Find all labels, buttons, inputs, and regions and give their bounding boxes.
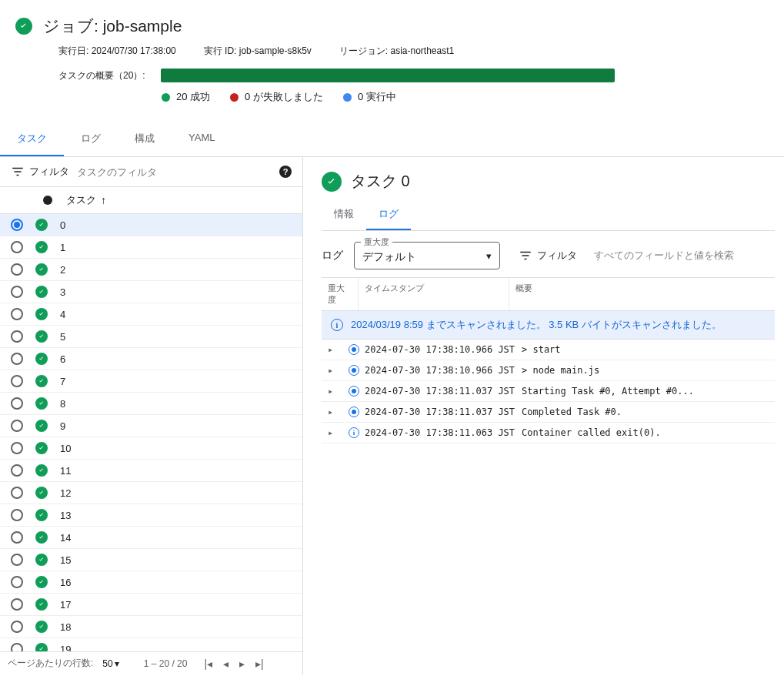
expand-icon[interactable]: ▸ (328, 407, 343, 417)
task-status (31, 509, 52, 521)
log-summary: Completed Task #0. (515, 407, 769, 417)
task-radio[interactable] (11, 531, 23, 544)
dot-green-icon (162, 93, 170, 102)
task-radio[interactable] (11, 643, 23, 651)
task-status (31, 621, 52, 633)
overview-row: タスクの概要（20）: (15, 69, 769, 82)
task-row[interactable]: 9 (0, 415, 302, 437)
task-radio[interactable] (11, 420, 23, 432)
task-id: 15 (60, 554, 71, 566)
col-timestamp: タイムスタンプ (359, 278, 509, 310)
log-filter-button[interactable]: フィルタ (519, 249, 577, 263)
task-radio[interactable] (11, 487, 23, 499)
task-radio[interactable] (11, 219, 23, 231)
task-row[interactable]: 14 (0, 527, 302, 549)
log-row[interactable]: ▸i2024-07-30 17:38:11.063 JSTContainer c… (322, 423, 775, 443)
detail-tab-bar: 情報 ログ (322, 199, 775, 231)
page-last-button[interactable]: ▸| (255, 658, 264, 670)
task-radio[interactable] (11, 330, 23, 343)
page-first-button[interactable]: |◂ (204, 658, 212, 670)
tab-tasks[interactable]: タスク (0, 122, 64, 156)
task-radio[interactable] (11, 576, 23, 588)
rows-per-page-select[interactable]: 50 ▾ (102, 658, 118, 669)
col-status-header (37, 196, 58, 205)
filter-label-wrap: フィルタ (11, 165, 69, 179)
task-row[interactable]: 17 (0, 594, 302, 616)
expand-icon[interactable]: ▸ (328, 386, 343, 397)
log-section-label: ログ (322, 249, 343, 263)
task-row[interactable]: 5 (0, 326, 302, 348)
status-success-icon (35, 353, 48, 365)
task-row[interactable]: 2 (0, 259, 302, 281)
task-radio[interactable] (11, 375, 23, 387)
task-row[interactable]: 19 (0, 638, 302, 651)
pagination-range: 1 – 20 / 20 (144, 658, 188, 669)
expand-icon[interactable]: ▸ (328, 365, 343, 376)
log-row[interactable]: ▸2024-07-30 17:38:10.966 JST> start (322, 340, 775, 360)
detail-tab-info[interactable]: 情報 (322, 199, 366, 230)
detail-status-icon (322, 172, 342, 192)
task-radio[interactable] (11, 442, 23, 454)
page-prev-button[interactable]: ◂ (223, 658, 229, 670)
task-radio[interactable] (11, 598, 23, 611)
status-success-icon (35, 621, 48, 633)
tab-logs[interactable]: ログ (64, 122, 118, 156)
task-row[interactable]: 18 (0, 616, 302, 638)
status-success-icon (15, 18, 32, 35)
task-row[interactable]: 0 (0, 214, 302, 236)
status-success-icon (35, 576, 48, 588)
severity-select[interactable]: 重大度 デフォルト ▾ (354, 242, 500, 269)
log-row[interactable]: ▸2024-07-30 17:38:11.037 JSTCompleted Ta… (322, 402, 775, 423)
status-success-icon (35, 286, 48, 298)
task-row[interactable]: 7 (0, 370, 302, 393)
log-row[interactable]: ▸2024-07-30 17:38:10.966 JST> node main.… (322, 360, 775, 381)
col-task-header[interactable]: タスク ↑ (66, 193, 292, 207)
task-row[interactable]: 16 (0, 571, 302, 594)
task-row[interactable]: 10 (0, 437, 302, 460)
log-severity (343, 407, 365, 417)
task-radio[interactable] (11, 621, 23, 633)
task-table-header: タスク ↑ (0, 187, 302, 214)
legend-row: 20 成功 0 が失敗しました 0 実行中 (15, 90, 769, 104)
task-row[interactable]: 11 (0, 460, 302, 482)
task-row[interactable]: 8 (0, 393, 302, 415)
task-radio[interactable] (11, 308, 23, 320)
task-row[interactable]: 4 (0, 303, 302, 326)
task-radio[interactable] (11, 286, 23, 298)
status-dot-icon (43, 196, 52, 205)
task-filter-row: フィルタ ? (0, 157, 302, 187)
filter-icon (519, 249, 532, 263)
paginator: ページあたりの行数: 50 ▾ 1 – 20 / 20 |◂ ◂ ▸ ▸| (0, 651, 302, 674)
expand-icon[interactable]: ▸ (328, 344, 343, 355)
log-row[interactable]: ▸2024-07-30 17:38:11.037 JSTStarting Tas… (322, 381, 775, 402)
page-next-button[interactable]: ▸ (239, 658, 245, 670)
task-row[interactable]: 15 (0, 549, 302, 571)
expand-icon[interactable]: ▸ (328, 427, 343, 438)
task-radio[interactable] (11, 241, 23, 253)
task-radio[interactable] (11, 554, 23, 566)
detail-title-row: タスク 0 (322, 171, 775, 192)
severity-legend: 重大度 (361, 236, 392, 248)
log-search-placeholder[interactable]: すべてのフィールドと値を検索 (594, 249, 734, 263)
task-row[interactable]: 12 (0, 482, 302, 504)
paginator-arrows: |◂ ◂ ▸ ▸| (204, 658, 263, 670)
task-row[interactable]: 13 (0, 504, 302, 527)
severity-value: デフォルト (362, 250, 416, 263)
task-radio[interactable] (11, 263, 23, 276)
task-filter-input[interactable] (77, 166, 272, 178)
task-list[interactable]: 012345678910111213141516171819 (0, 214, 302, 651)
task-row[interactable]: 3 (0, 281, 302, 303)
task-radio[interactable] (11, 464, 23, 477)
legend-success: 20 成功 (162, 90, 210, 104)
tab-config[interactable]: 構成 (118, 122, 172, 156)
caret-down-icon: ▾ (486, 250, 492, 262)
tab-yaml[interactable]: YAML (172, 122, 232, 156)
status-success-icon (35, 420, 48, 432)
task-radio[interactable] (11, 353, 23, 365)
help-icon[interactable]: ? (279, 166, 292, 178)
task-row[interactable]: 6 (0, 348, 302, 370)
task-radio[interactable] (11, 397, 23, 410)
task-radio[interactable] (11, 509, 23, 521)
detail-tab-logs[interactable]: ログ (366, 199, 411, 230)
task-row[interactable]: 1 (0, 236, 302, 259)
